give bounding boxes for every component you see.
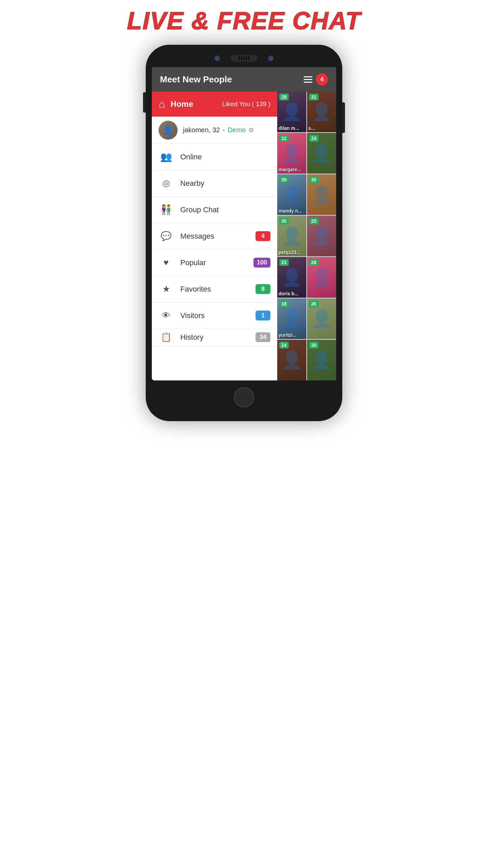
favorites-badge: 8 — [256, 284, 270, 294]
photo-age-9: 23 — [279, 259, 289, 266]
app-screen: Meet New People 4 ⌂ Home — [152, 67, 336, 380]
photo-age-14: 30 — [309, 342, 319, 349]
online-icon: 👥 — [159, 151, 174, 162]
photo-name-11: yuritzi... — [279, 332, 297, 338]
photo-cell-10[interactable]: 👤 28 — [307, 257, 336, 298]
main-content: ⌂ Home Liked You ( 139 ) 👤 jakomen, 32 -… — [152, 92, 336, 380]
page-title: LIvE & Free CHAT — [127, 7, 361, 35]
photo-row-7: 👤 24 👤 30 — [277, 340, 336, 380]
sidebar-item-messages[interactable]: 💬 Messages 4 — [152, 223, 277, 250]
favorites-label: Favorites — [180, 285, 249, 294]
photo-cell-12[interactable]: 👤 26 — [307, 298, 336, 339]
sidebar-item-home[interactable]: ⌂ Home Liked You ( 139 ) — [152, 92, 277, 117]
photo-age-2: 31 — [309, 94, 319, 100]
sidebar-menu: ⌂ Home Liked You ( 139 ) 👤 jakomen, 32 -… — [152, 92, 277, 380]
photo-row-5: 👤 23 doris b... 👤 28 — [277, 257, 336, 298]
nearby-icon: ◎ — [159, 178, 174, 189]
photo-grid: 👤 28 dilan m... 👤 31 s... 👤 22 margare — [277, 92, 336, 380]
photo-name-9: doris b... — [279, 291, 298, 296]
photo-age-6: 35 — [309, 176, 319, 183]
photo-age-7: 35 — [279, 218, 289, 224]
profile-demo-badge: Demo — [228, 126, 246, 134]
photo-age-8: 25 — [309, 218, 319, 224]
photo-age-12: 26 — [309, 300, 319, 307]
header-actions: 4 — [304, 73, 328, 85]
photo-cell-14[interactable]: 👤 30 — [307, 340, 336, 380]
group-chat-icon: 👫 — [159, 204, 174, 215]
photo-cell-5[interactable]: 👤 39 mandy n... — [277, 174, 306, 215]
photo-cell-11[interactable]: 👤 18 yuritzi... — [277, 298, 306, 339]
phone-bottom — [152, 387, 336, 408]
photo-age-5: 39 — [279, 176, 289, 183]
profile-info: jakomen, 32 - Demo ⚙ — [183, 126, 254, 134]
popular-badge: 100 — [253, 258, 270, 268]
popular-icon: ♥ — [159, 257, 174, 268]
photo-name-2: s... — [308, 125, 315, 131]
phone-home-button[interactable] — [234, 387, 254, 408]
settings-icon[interactable]: ⚙ — [248, 126, 254, 134]
photo-row-6: 👤 18 yuritzi... 👤 26 — [277, 298, 336, 339]
group-chat-label: Group Chat — [180, 205, 270, 214]
sidebar-item-online[interactable]: 👥 Online — [152, 144, 277, 170]
messages-icon: 💬 — [159, 231, 174, 241]
photo-age-3: 22 — [279, 135, 289, 142]
history-label: History — [180, 333, 249, 342]
phone-speaker — [230, 55, 258, 62]
photo-cell-13[interactable]: 👤 24 — [277, 340, 306, 380]
photo-name-1: dilan m... — [279, 125, 299, 131]
photo-age-10: 28 — [309, 259, 319, 266]
popular-label: Popular — [180, 258, 247, 267]
photo-cell-4[interactable]: 👤 24 — [307, 133, 336, 174]
app-title: Meet New People — [160, 74, 232, 85]
history-badge: 34 — [256, 332, 270, 342]
sidebar-item-nearby[interactable]: ◎ Nearby — [152, 170, 277, 197]
sidebar-item-history[interactable]: 📋 History 34 — [152, 329, 277, 346]
photo-cell-9[interactable]: 👤 23 doris b... — [277, 257, 306, 298]
photo-row-2: 👤 22 margare... 👤 24 — [277, 133, 336, 174]
home-label: Home — [170, 99, 217, 109]
visitors-badge: 1 — [256, 311, 270, 320]
photo-name-3: margare... — [279, 167, 301, 172]
profile-separator: - — [223, 126, 225, 134]
liked-you-text: Liked You ( 139 ) — [222, 100, 270, 108]
favorites-icon: ★ — [159, 284, 174, 294]
photo-cell-7[interactable]: 👤 35 petq123... — [277, 216, 306, 256]
phone-top-bar — [152, 55, 336, 62]
online-label: Online — [180, 153, 270, 161]
messages-label: Messages — [180, 232, 249, 241]
photo-name-7: petq123... — [279, 250, 301, 255]
photo-row-3: 👤 39 mandy n... 👤 35 — [277, 174, 336, 215]
notification-count-badge[interactable]: 4 — [316, 73, 328, 85]
photo-age-1: 28 — [279, 94, 289, 100]
sidebar-item-group-chat[interactable]: 👫 Group Chat — [152, 197, 277, 223]
messages-badge: 4 — [256, 231, 270, 241]
sidebar-item-visitors[interactable]: 👁 Visitors 1 — [152, 302, 277, 329]
profile-name: jakomen, 32 — [183, 126, 220, 134]
sidebar-item-popular[interactable]: ♥ Popular 100 — [152, 250, 277, 276]
history-icon: 📋 — [159, 332, 174, 342]
avatar-image: 👤 — [159, 121, 178, 140]
app-header: Meet New People 4 — [152, 67, 336, 92]
nearby-label: Nearby — [180, 179, 270, 188]
photo-cell-1[interactable]: 👤 28 dilan m... — [277, 92, 306, 132]
photo-row-4: 👤 35 petq123... 👤 25 — [277, 216, 336, 256]
photo-cell-3[interactable]: 👤 22 margare... — [277, 133, 306, 174]
visitors-label: Visitors — [180, 311, 249, 320]
front-camera — [214, 55, 220, 61]
photo-row-1: 👤 28 dilan m... 👤 31 s... — [277, 92, 336, 132]
photo-age-4: 24 — [309, 135, 319, 142]
photo-age-13: 24 — [279, 342, 289, 349]
visitors-icon: 👁 — [159, 310, 174, 321]
avatar: 👤 — [159, 121, 178, 140]
photo-cell-6[interactable]: 👤 35 — [307, 174, 336, 215]
photo-age-11: 18 — [279, 300, 289, 307]
sidebar-item-favorites[interactable]: ★ Favorites 8 — [152, 276, 277, 302]
profile-row[interactable]: 👤 jakomen, 32 - Demo ⚙ — [152, 117, 277, 144]
photo-name-5: mandy n... — [279, 208, 302, 214]
phone-shell: Meet New People 4 ⌂ Home — [146, 45, 342, 421]
photo-cell-2[interactable]: 👤 31 s... — [307, 92, 336, 132]
home-icon: ⌂ — [159, 98, 165, 111]
menu-icon[interactable] — [304, 76, 312, 83]
photo-cell-8[interactable]: 👤 25 — [307, 216, 336, 256]
front-sensor — [268, 55, 274, 61]
